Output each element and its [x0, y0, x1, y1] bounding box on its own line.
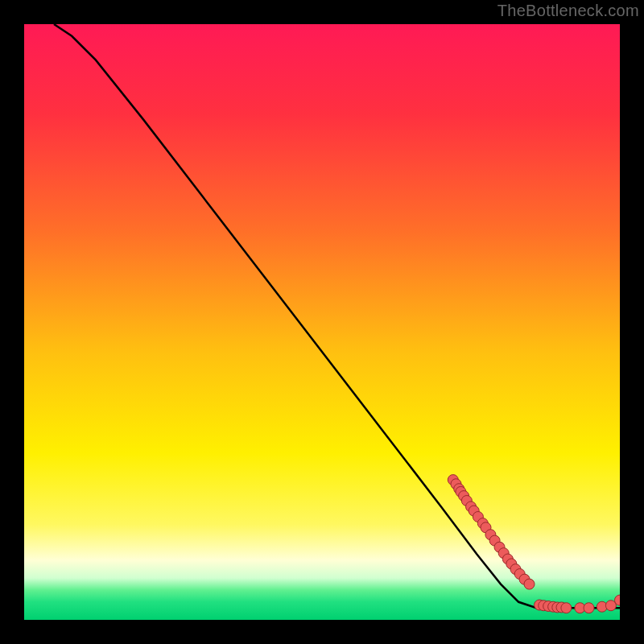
watermark-label: TheBottleneck.com	[497, 2, 639, 20]
data-point	[584, 603, 594, 613]
chart-svg	[24, 24, 620, 620]
chart-background	[24, 24, 620, 620]
chart-plot	[24, 24, 620, 620]
data-point	[561, 603, 572, 613]
data-point	[524, 579, 535, 589]
